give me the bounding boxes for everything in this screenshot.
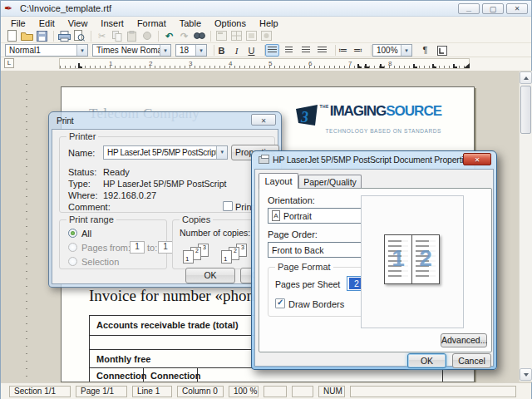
tab-marker[interactable] bbox=[357, 64, 362, 68]
copy-icon[interactable] bbox=[110, 30, 124, 42]
chevron-down-icon[interactable] bbox=[195, 45, 206, 56]
format-toolbar: Normal1 Times New Roman 18 B I U ≔ ≕ 100… bbox=[1, 43, 531, 57]
window-titlebar: ✒ C:\Invoice_template.rtf bbox=[1, 1, 531, 17]
status-message bbox=[350, 386, 516, 397]
menu-format[interactable]: Format bbox=[131, 17, 173, 29]
align-left-button[interactable] bbox=[265, 44, 279, 57]
open-document-icon[interactable] bbox=[20, 30, 34, 42]
object-mode-button[interactable] bbox=[435, 44, 449, 57]
format-painter-icon[interactable] bbox=[140, 30, 154, 42]
range-all-radio[interactable] bbox=[68, 229, 77, 238]
new-document-icon[interactable] bbox=[5, 30, 19, 42]
align-center-icon bbox=[285, 47, 293, 54]
collate-icon: 3 2 1 bbox=[221, 244, 248, 265]
numbered-list-icon: ≕ bbox=[353, 44, 362, 57]
underline-button[interactable]: U bbox=[244, 44, 259, 57]
save-document-icon[interactable] bbox=[35, 30, 49, 42]
redo-icon[interactable]: ↷ bbox=[177, 30, 191, 42]
minimize-button[interactable] bbox=[458, 3, 480, 14]
close-button[interactable] bbox=[506, 3, 528, 14]
restore-button[interactable] bbox=[482, 3, 504, 14]
tab-marker[interactable] bbox=[432, 64, 436, 68]
bullet-list-icon: ≔ bbox=[338, 44, 347, 57]
properties-dialog-close-button[interactable] bbox=[463, 153, 491, 165]
logo-tagline: TECHNOLOGY BASED ON STANDARDS bbox=[295, 128, 441, 134]
insert-table-icon[interactable] bbox=[229, 30, 244, 42]
properties-cancel-button[interactable]: Cancel bbox=[452, 353, 491, 368]
bold-button[interactable]: B bbox=[214, 44, 229, 57]
chevron-down-icon[interactable] bbox=[216, 146, 227, 159]
advanced-button[interactable]: Advanced... bbox=[441, 333, 487, 347]
menu-help[interactable]: Help bbox=[253, 17, 285, 29]
printer-group: Printer Name: HP LaserJet 5P/5MP PostScr… bbox=[59, 136, 275, 213]
print-icon[interactable] bbox=[57, 30, 71, 42]
application-window: ✒ C:\Invoice_template.rtf File Edit View… bbox=[0, 0, 532, 399]
app-icon: ✒ bbox=[4, 2, 16, 14]
menu-view[interactable]: View bbox=[62, 17, 95, 29]
italic-button[interactable]: I bbox=[229, 44, 244, 57]
align-justify-button[interactable] bbox=[315, 44, 329, 57]
menu-table[interactable]: Table bbox=[173, 17, 208, 29]
align-center-button[interactable] bbox=[282, 44, 296, 57]
printer-type-value: HP LaserJet 5P/5MP PostScript bbox=[103, 179, 226, 189]
draw-borders-checkbox[interactable] bbox=[275, 298, 285, 308]
menu-options[interactable]: Options bbox=[208, 17, 253, 29]
zoom-combobox[interactable]: 100% bbox=[372, 44, 412, 57]
right-indent-marker[interactable] bbox=[464, 63, 470, 68]
tab-layout[interactable]: Layout bbox=[259, 173, 298, 189]
tab-type-selector[interactable]: L bbox=[4, 58, 14, 68]
properties-ok-button[interactable]: OK bbox=[407, 353, 446, 368]
pages-to-field[interactable]: 1 bbox=[158, 241, 173, 254]
numbered-list-button[interactable]: ≕ bbox=[351, 44, 365, 57]
bullet-list-button[interactable]: ≔ bbox=[336, 44, 350, 57]
formatting-marks-button[interactable]: ¶ bbox=[418, 44, 432, 57]
print-to-file-checkbox[interactable] bbox=[223, 201, 233, 211]
tab-marker[interactable] bbox=[380, 64, 384, 68]
menu-insert[interactable]: Insert bbox=[94, 17, 131, 29]
vertical-ruler bbox=[23, 84, 30, 377]
scroll-up-button[interactable] bbox=[520, 71, 532, 84]
paragraph-style-combobox[interactable]: Normal1 bbox=[5, 44, 88, 57]
printer-status-value: Ready bbox=[103, 167, 130, 177]
insert-frame-icon[interactable] bbox=[244, 30, 259, 42]
ruler-row: L 1 2 3 4 5 6 7 8 bbox=[1, 57, 531, 71]
chevron-down-icon[interactable] bbox=[401, 45, 411, 56]
tab-marker[interactable] bbox=[453, 64, 457, 68]
scroll-down-button[interactable] bbox=[520, 368, 532, 381]
range-selection-radio[interactable] bbox=[68, 257, 77, 266]
insert-field-icon[interactable] bbox=[214, 30, 229, 42]
tab-marker[interactable] bbox=[413, 64, 417, 68]
vertical-scrollbar[interactable] bbox=[519, 71, 532, 382]
find-icon[interactable] bbox=[192, 30, 206, 42]
paste-icon[interactable] bbox=[125, 30, 139, 42]
range-pages-radio[interactable] bbox=[68, 243, 77, 252]
insert-object-icon[interactable] bbox=[259, 30, 273, 42]
chevron-down-icon[interactable] bbox=[160, 45, 170, 56]
menu-file[interactable]: File bbox=[4, 17, 32, 29]
status-line: Line 1 bbox=[132, 386, 172, 397]
align-justify-icon bbox=[318, 47, 327, 54]
printer-properties-dialog: HP LaserJet 5P/5MP PostScript Document P… bbox=[251, 150, 497, 370]
font-size-combobox[interactable]: 18 bbox=[175, 44, 207, 57]
standard-toolbar: ✂ ↶ ↷ bbox=[1, 29, 531, 43]
align-right-button[interactable] bbox=[298, 44, 313, 57]
pages-from-field[interactable]: 1 bbox=[130, 241, 145, 254]
tab-paper-quality[interactable]: Paper/Quality bbox=[298, 175, 362, 189]
printer-name-combobox[interactable]: HP LaserJet 5P/5MP PostScript bbox=[103, 145, 228, 160]
tab-marker[interactable] bbox=[365, 64, 369, 68]
align-right-icon bbox=[302, 47, 310, 54]
print-ok-button[interactable]: OK bbox=[185, 268, 235, 283]
print-dialog-close-button[interactable] bbox=[251, 114, 276, 126]
object-mode-icon bbox=[437, 46, 447, 56]
invoice-heading: Invoice for number «phone» bbox=[89, 287, 269, 305]
layout-tab-panel: Orientation: Portrait Page Order: Front … bbox=[259, 188, 492, 352]
status-zoom: 100 % bbox=[229, 386, 259, 397]
print-preview-icon[interactable] bbox=[72, 30, 86, 42]
cut-icon[interactable]: ✂ bbox=[95, 30, 109, 42]
undo-icon[interactable]: ↶ bbox=[162, 30, 176, 42]
left-indent-marker[interactable] bbox=[78, 63, 82, 68]
font-name-combobox[interactable]: Times New Roman bbox=[92, 44, 171, 57]
scrollbar-thumb[interactable] bbox=[520, 86, 531, 134]
chevron-down-icon[interactable] bbox=[76, 45, 87, 56]
menu-edit[interactable]: Edit bbox=[32, 17, 62, 29]
